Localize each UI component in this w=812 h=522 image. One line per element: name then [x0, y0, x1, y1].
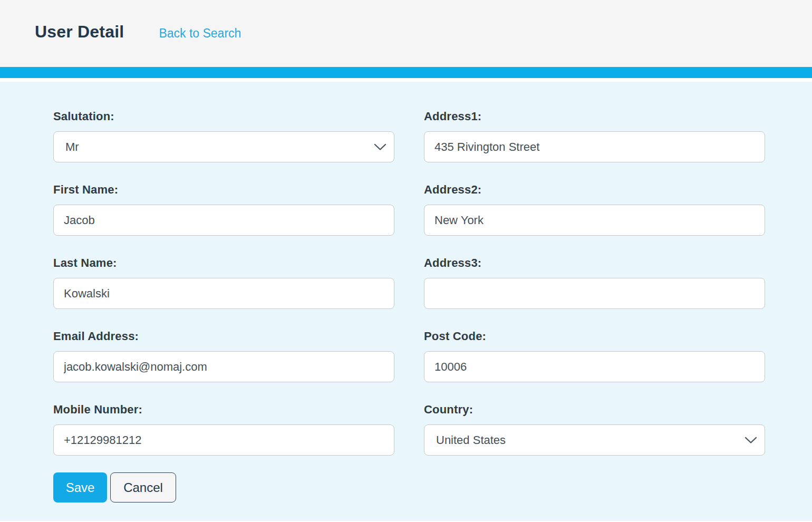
- header-divider: [0, 78, 812, 82]
- form-field-post-code: Post Code:: [424, 330, 765, 382]
- field-label: Address2:: [424, 183, 765, 197]
- address1-input[interactable]: [424, 131, 765, 162]
- chevron-down-icon: [374, 143, 386, 151]
- form-column-right: Address1: Address2: Address3: Post Code:…: [424, 110, 765, 476]
- cancel-button[interactable]: Cancel: [110, 472, 176, 502]
- field-label: Last Name:: [53, 256, 394, 270]
- form-actions: Save Cancel: [53, 472, 812, 502]
- form-field-address2: Address2:: [424, 183, 765, 236]
- address3-input[interactable]: [424, 278, 765, 309]
- form-field-last-name: Last Name:: [53, 256, 394, 309]
- address2-input[interactable]: [424, 205, 765, 236]
- field-label: Mobile Number:: [53, 403, 394, 417]
- form-field-salutation: Salutation: Mr: [53, 110, 394, 162]
- page-title: User Detail: [35, 22, 124, 42]
- form-field-address1: Address1:: [424, 110, 765, 162]
- save-button[interactable]: Save: [53, 472, 107, 502]
- post-code-input[interactable]: [424, 351, 765, 382]
- chevron-down-icon: [745, 437, 757, 444]
- field-label: Post Code:: [424, 330, 765, 343]
- field-label: First Name:: [53, 183, 394, 197]
- salutation-select[interactable]: Mr: [53, 131, 394, 162]
- back-to-search-link[interactable]: Back to Search: [159, 26, 241, 41]
- field-label: Email Address:: [53, 330, 394, 343]
- first-name-input[interactable]: [53, 205, 394, 236]
- form-column-left: Salutation: Mr First Name: Last Name: Em…: [53, 110, 394, 476]
- form-field-first-name: First Name:: [53, 183, 394, 236]
- last-name-input[interactable]: [53, 278, 394, 309]
- field-label: Address1:: [424, 110, 765, 123]
- email-address-input[interactable]: [53, 351, 394, 382]
- accent-bar: [0, 67, 812, 78]
- field-label: Address3:: [424, 256, 765, 270]
- page-header: User Detail Back to Search: [0, 0, 812, 67]
- country-select-value: United States: [436, 433, 506, 447]
- form-field-country: Country: United States: [424, 403, 765, 456]
- country-select[interactable]: United States: [424, 424, 765, 456]
- form-field-email-address: Email Address:: [53, 330, 394, 382]
- mobile-number-input[interactable]: [53, 424, 394, 456]
- field-label: Country:: [424, 403, 765, 417]
- salutation-select-value: Mr: [65, 140, 79, 154]
- form-field-address3: Address3:: [424, 256, 765, 309]
- field-label: Salutation:: [53, 110, 394, 123]
- form-field-mobile-number: Mobile Number:: [53, 403, 394, 456]
- user-detail-form: Salutation: Mr First Name: Last Name: Em…: [0, 82, 812, 521]
